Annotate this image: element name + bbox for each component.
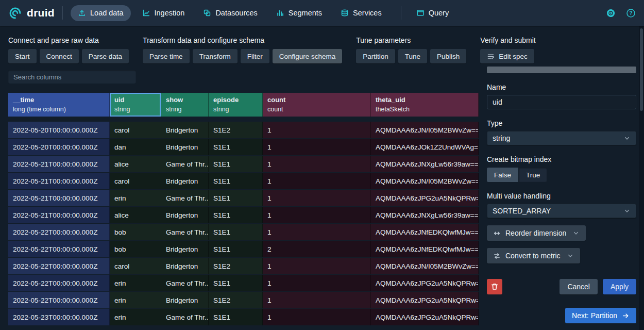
convert-to-metric-button[interactable]: Convert to metric xyxy=(487,248,580,263)
step-tune-button[interactable]: Tune xyxy=(398,49,427,63)
nav-item-query[interactable]: Query xyxy=(409,5,456,21)
step-transform-button[interactable]: Transform xyxy=(193,49,238,63)
table-cell: S1E2 xyxy=(209,122,263,138)
bitmap-index-label: Create bitmap index xyxy=(487,155,636,163)
next-partition-label: Next: Partition xyxy=(572,311,617,320)
brand-name: druid xyxy=(27,7,55,19)
help-icon[interactable]: ? xyxy=(626,8,636,18)
table-cell: Bridgerton xyxy=(161,292,209,308)
table-cell: AQMDAAA6zJNfEDKQlwfMJw== xyxy=(371,224,479,240)
table-cell: 2022-05-22T00:00:00.000Z xyxy=(8,258,110,274)
step-publish-button[interactable]: Publish xyxy=(430,49,466,63)
apply-button[interactable]: Apply xyxy=(603,279,636,294)
nav-item-segments[interactable]: Segments xyxy=(269,5,329,21)
schema-preview-table: __timelong (time column)uidstringshowstr… xyxy=(8,93,479,326)
step-configure-schema-button[interactable]: Configure schema xyxy=(273,49,343,63)
table-cell: Game of Thr... xyxy=(161,156,209,172)
page-scrollbar[interactable] xyxy=(639,26,644,330)
step-parse-time-button[interactable]: Parse time xyxy=(143,49,190,63)
table-cell: Bridgerton xyxy=(161,241,209,257)
table-cell: AQMDAAA6zJN/I05M2BWvZw== xyxy=(371,173,479,189)
gear-icon[interactable] xyxy=(606,8,616,18)
type-select-value: string xyxy=(493,134,510,142)
table-cell: 2022-05-21T00:00:00.000Z xyxy=(8,190,110,206)
table-cell: 1 xyxy=(263,224,371,240)
nav-item-ingestion[interactable]: Ingestion xyxy=(135,5,192,21)
step-buttons: Edit spec xyxy=(480,49,535,63)
column-header-episode[interactable]: episodestring xyxy=(209,93,263,117)
table-cell: Bridgerton xyxy=(161,207,209,223)
multi-value-select[interactable]: SORTED_ARRAY xyxy=(487,204,636,218)
nav-divider xyxy=(62,6,63,20)
step-edit-spec-button[interactable]: Edit spec xyxy=(480,49,534,63)
step-button-label: Parse time xyxy=(149,53,183,60)
step-button-label: Partition xyxy=(363,53,388,60)
column-header-show[interactable]: showstring xyxy=(161,93,209,117)
step-button-label: Connect xyxy=(46,53,72,60)
table-row: 2022-05-22T00:00:00.000ZerinBridgertonS1… xyxy=(8,292,479,308)
cancel-button[interactable]: Cancel xyxy=(560,279,598,294)
table-cell: AQMDAAA6zJPG2uA5NkQPRw== xyxy=(371,275,479,291)
table-row: 2022-05-21T00:00:00.000ZaliceBridgertonS… xyxy=(8,207,479,223)
table-cell: erin xyxy=(110,275,161,291)
column-header-theta-uid[interactable]: theta_uidthetaSketch xyxy=(371,93,479,117)
table-row: 2022-05-21T00:00:00.000ZaliceGame of Thr… xyxy=(8,156,479,172)
table-cell: AQMDAAA6zJOk1Z2UndWVAg== xyxy=(371,139,479,155)
table-cell: erin xyxy=(110,292,161,308)
step-filter-button[interactable]: Filter xyxy=(241,49,269,63)
table-cell: 1 xyxy=(263,190,371,206)
column-header-count[interactable]: countcount xyxy=(263,93,371,117)
next-partition-button[interactable]: Next: Partition xyxy=(565,308,636,323)
panel-top-bar xyxy=(487,67,636,73)
nav-items: Load dataIngestionDatasourcesSegmentsSer… xyxy=(71,5,460,21)
table-cell: AQMDAAA6zJPG2uA5NkQPRw== xyxy=(371,190,479,206)
table-cell: S1E1 xyxy=(209,275,263,291)
brand[interactable]: druid xyxy=(8,6,55,20)
column-header-uid[interactable]: uidstring xyxy=(110,93,161,117)
type-select[interactable]: string xyxy=(487,131,636,145)
name-input[interactable] xyxy=(487,95,636,109)
table-cell: bob xyxy=(110,241,161,257)
table-cell: 1 xyxy=(263,207,371,223)
table-cell: S1E1 xyxy=(209,309,263,325)
table-cell: 1 xyxy=(263,309,371,325)
navbar-actions: ? xyxy=(606,8,636,18)
step-group-verify-and-submit: Verify and submitEdit spec xyxy=(480,36,535,63)
table-cell: alice xyxy=(110,207,161,223)
step-buttons: Parse timeTransformFilterConfigure schem… xyxy=(143,49,342,63)
nav-item-services[interactable]: Services xyxy=(333,5,389,21)
reorder-icon xyxy=(493,229,501,237)
column-type: string xyxy=(213,105,258,113)
table-cell: S1E1 xyxy=(209,241,263,257)
reorder-dimension-button[interactable]: Reorder dimension xyxy=(487,225,586,241)
table-cell: 2022-05-23T00:00:00.000Z xyxy=(8,309,110,325)
table-cell: AQMDAAA6zJNfEDKQlwfMJw== xyxy=(371,241,479,257)
chevron-down-icon xyxy=(623,135,631,142)
table-cell: S1E2 xyxy=(209,292,263,308)
column-name: theta_uid xyxy=(376,95,473,105)
step-parse-data-button[interactable]: Parse data xyxy=(82,49,129,63)
table-body: 2022-05-20T00:00:00.000ZcarolBridgertonS… xyxy=(8,122,479,325)
nav-item-load-data[interactable]: Load data xyxy=(71,5,131,21)
bitmap-index-false-button[interactable]: False xyxy=(487,168,518,182)
table-cell: 2022-05-20T00:00:00.000Z xyxy=(8,122,110,138)
column-header-time[interactable]: __timelong (time column) xyxy=(8,93,110,117)
table-cell: 1 xyxy=(263,173,371,189)
step-partition-button[interactable]: Partition xyxy=(356,49,395,63)
table-cell: Bridgerton xyxy=(161,173,209,189)
step-connect-button[interactable]: Connect xyxy=(40,49,79,63)
step-start-button[interactable]: Start xyxy=(8,49,37,63)
table-cell: 2022-05-22T00:00:00.000Z xyxy=(8,224,110,240)
step-group-label: Tune parameters xyxy=(356,36,466,44)
search-columns-input[interactable] xyxy=(8,70,136,84)
table-row: 2022-05-21T00:00:00.000ZerinGame of Thr.… xyxy=(8,190,479,206)
table-row: 2022-05-23T00:00:00.000ZerinGame of Thr.… xyxy=(8,309,479,325)
column-type: string xyxy=(114,105,156,113)
nav-item-datasources[interactable]: Datasources xyxy=(196,5,264,21)
page-scrollbar-thumb[interactable] xyxy=(640,28,643,111)
column-name: uid xyxy=(114,95,156,105)
table-header-row: __timelong (time column)uidstringshowstr… xyxy=(8,93,479,117)
bitmap-index-true-button[interactable]: True xyxy=(519,168,547,182)
column-name: episode xyxy=(213,95,258,105)
delete-dimension-button[interactable] xyxy=(487,279,502,294)
